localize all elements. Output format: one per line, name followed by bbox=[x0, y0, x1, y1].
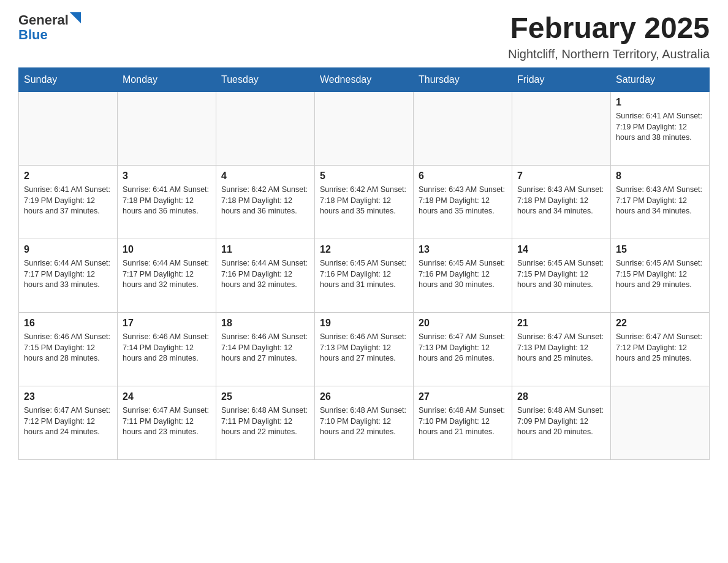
day-info: Sunrise: 6:47 AM Sunset: 7:12 PM Dayligh… bbox=[616, 332, 704, 364]
day-number: 13 bbox=[419, 243, 507, 256]
calendar-cell: 14Sunrise: 6:45 AM Sunset: 7:15 PM Dayli… bbox=[512, 239, 611, 312]
day-number: 3 bbox=[123, 169, 211, 183]
day-number: 6 bbox=[419, 169, 507, 183]
page-header: General Blue February 2025 Nightcliff, N… bbox=[18, 12, 710, 61]
day-number: 28 bbox=[517, 390, 605, 404]
day-info: Sunrise: 6:44 AM Sunset: 7:17 PM Dayligh… bbox=[24, 258, 112, 291]
day-info: Sunrise: 6:44 AM Sunset: 7:17 PM Dayligh… bbox=[123, 258, 211, 291]
day-info: Sunrise: 6:48 AM Sunset: 7:09 PM Dayligh… bbox=[517, 405, 605, 438]
day-number: 1 bbox=[616, 96, 704, 109]
calendar-day-header: Monday bbox=[118, 67, 216, 91]
calendar-cell: 16Sunrise: 6:46 AM Sunset: 7:15 PM Dayli… bbox=[19, 312, 118, 386]
calendar-week-row: 9Sunrise: 6:44 AM Sunset: 7:17 PM Daylig… bbox=[19, 239, 710, 312]
day-info: Sunrise: 6:42 AM Sunset: 7:18 PM Dayligh… bbox=[320, 185, 408, 217]
calendar-week-row: 23Sunrise: 6:47 AM Sunset: 7:12 PM Dayli… bbox=[19, 386, 710, 459]
day-number: 18 bbox=[221, 316, 309, 330]
calendar-day-header: Saturday bbox=[611, 67, 710, 91]
calendar-cell: 7Sunrise: 6:43 AM Sunset: 7:18 PM Daylig… bbox=[512, 165, 611, 239]
calendar-cell: 8Sunrise: 6:43 AM Sunset: 7:17 PM Daylig… bbox=[611, 165, 710, 239]
logo-general-text: General bbox=[18, 12, 69, 28]
calendar-cell bbox=[512, 91, 611, 165]
calendar-cell: 25Sunrise: 6:48 AM Sunset: 7:11 PM Dayli… bbox=[216, 386, 315, 459]
calendar-cell: 1Sunrise: 6:41 AM Sunset: 7:19 PM Daylig… bbox=[611, 91, 710, 165]
day-info: Sunrise: 6:45 AM Sunset: 7:15 PM Dayligh… bbox=[616, 258, 704, 291]
calendar-cell: 4Sunrise: 6:42 AM Sunset: 7:18 PM Daylig… bbox=[216, 165, 315, 239]
page-subtitle: Nightcliff, Northern Territory, Australi… bbox=[508, 47, 710, 61]
day-number: 26 bbox=[320, 390, 408, 404]
calendar-cell: 10Sunrise: 6:44 AM Sunset: 7:17 PM Dayli… bbox=[118, 239, 216, 312]
calendar-cell: 27Sunrise: 6:48 AM Sunset: 7:10 PM Dayli… bbox=[414, 386, 512, 459]
day-info: Sunrise: 6:46 AM Sunset: 7:14 PM Dayligh… bbox=[221, 332, 309, 364]
calendar-cell: 28Sunrise: 6:48 AM Sunset: 7:09 PM Dayli… bbox=[512, 386, 611, 459]
calendar-cell: 6Sunrise: 6:43 AM Sunset: 7:18 PM Daylig… bbox=[414, 165, 512, 239]
calendar-cell bbox=[611, 386, 710, 459]
day-number: 14 bbox=[517, 243, 605, 256]
calendar-cell: 19Sunrise: 6:46 AM Sunset: 7:13 PM Dayli… bbox=[315, 312, 414, 386]
title-block: February 2025 Nightcliff, Northern Terri… bbox=[508, 12, 710, 61]
calendar-cell: 13Sunrise: 6:45 AM Sunset: 7:16 PM Dayli… bbox=[414, 239, 512, 312]
day-number: 25 bbox=[221, 390, 309, 404]
calendar-cell: 22Sunrise: 6:47 AM Sunset: 7:12 PM Dayli… bbox=[611, 312, 710, 386]
calendar-cell: 15Sunrise: 6:45 AM Sunset: 7:15 PM Dayli… bbox=[611, 239, 710, 312]
calendar-cell: 18Sunrise: 6:46 AM Sunset: 7:14 PM Dayli… bbox=[216, 312, 315, 386]
day-number: 27 bbox=[419, 390, 507, 404]
calendar-cell bbox=[19, 91, 118, 165]
day-number: 24 bbox=[123, 390, 211, 404]
day-number: 22 bbox=[616, 316, 704, 330]
calendar-day-header: Friday bbox=[512, 67, 611, 91]
day-number: 20 bbox=[419, 316, 507, 330]
day-number: 21 bbox=[517, 316, 605, 330]
day-info: Sunrise: 6:41 AM Sunset: 7:18 PM Dayligh… bbox=[123, 185, 211, 217]
day-number: 8 bbox=[616, 169, 704, 183]
day-number: 2 bbox=[24, 169, 112, 183]
day-number: 12 bbox=[320, 243, 408, 256]
calendar-cell: 9Sunrise: 6:44 AM Sunset: 7:17 PM Daylig… bbox=[19, 239, 118, 312]
day-info: Sunrise: 6:47 AM Sunset: 7:12 PM Dayligh… bbox=[24, 405, 112, 438]
day-info: Sunrise: 6:44 AM Sunset: 7:16 PM Dayligh… bbox=[221, 258, 309, 291]
calendar-cell: 23Sunrise: 6:47 AM Sunset: 7:12 PM Dayli… bbox=[19, 386, 118, 459]
calendar-cell: 2Sunrise: 6:41 AM Sunset: 7:19 PM Daylig… bbox=[19, 165, 118, 239]
calendar-header-row: SundayMondayTuesdayWednesdayThursdayFrid… bbox=[19, 67, 710, 91]
calendar-cell: 12Sunrise: 6:45 AM Sunset: 7:16 PM Dayli… bbox=[315, 239, 414, 312]
day-info: Sunrise: 6:43 AM Sunset: 7:18 PM Dayligh… bbox=[419, 185, 507, 217]
day-number: 23 bbox=[24, 390, 112, 404]
day-info: Sunrise: 6:46 AM Sunset: 7:15 PM Dayligh… bbox=[24, 332, 112, 364]
calendar-cell: 24Sunrise: 6:47 AM Sunset: 7:11 PM Dayli… bbox=[118, 386, 216, 459]
day-number: 4 bbox=[221, 169, 309, 183]
day-info: Sunrise: 6:46 AM Sunset: 7:13 PM Dayligh… bbox=[320, 332, 408, 364]
logo-blue-text: Blue bbox=[18, 27, 48, 43]
day-number: 15 bbox=[616, 243, 704, 256]
day-info: Sunrise: 6:48 AM Sunset: 7:10 PM Dayligh… bbox=[419, 405, 507, 438]
day-number: 9 bbox=[24, 243, 112, 256]
svg-marker-0 bbox=[70, 12, 81, 23]
calendar-cell bbox=[315, 91, 414, 165]
day-info: Sunrise: 6:41 AM Sunset: 7:19 PM Dayligh… bbox=[616, 111, 704, 144]
day-number: 17 bbox=[123, 316, 211, 330]
calendar-table: SundayMondayTuesdayWednesdayThursdayFrid… bbox=[18, 67, 710, 460]
day-info: Sunrise: 6:42 AM Sunset: 7:18 PM Dayligh… bbox=[221, 185, 309, 217]
day-number: 11 bbox=[221, 243, 309, 256]
calendar-cell: 5Sunrise: 6:42 AM Sunset: 7:18 PM Daylig… bbox=[315, 165, 414, 239]
day-info: Sunrise: 6:48 AM Sunset: 7:11 PM Dayligh… bbox=[221, 405, 309, 438]
day-info: Sunrise: 6:43 AM Sunset: 7:18 PM Dayligh… bbox=[517, 185, 605, 217]
calendar-day-header: Wednesday bbox=[315, 67, 414, 91]
day-info: Sunrise: 6:48 AM Sunset: 7:10 PM Dayligh… bbox=[320, 405, 408, 438]
day-number: 5 bbox=[320, 169, 408, 183]
calendar-cell: 17Sunrise: 6:46 AM Sunset: 7:14 PM Dayli… bbox=[118, 312, 216, 386]
calendar-week-row: 16Sunrise: 6:46 AM Sunset: 7:15 PM Dayli… bbox=[19, 312, 710, 386]
calendar-cell bbox=[118, 91, 216, 165]
calendar-cell: 11Sunrise: 6:44 AM Sunset: 7:16 PM Dayli… bbox=[216, 239, 315, 312]
day-info: Sunrise: 6:45 AM Sunset: 7:16 PM Dayligh… bbox=[419, 258, 507, 291]
calendar-week-row: 2Sunrise: 6:41 AM Sunset: 7:19 PM Daylig… bbox=[19, 165, 710, 239]
day-info: Sunrise: 6:45 AM Sunset: 7:16 PM Dayligh… bbox=[320, 258, 408, 291]
day-info: Sunrise: 6:47 AM Sunset: 7:11 PM Dayligh… bbox=[123, 405, 211, 438]
day-info: Sunrise: 6:47 AM Sunset: 7:13 PM Dayligh… bbox=[517, 332, 605, 364]
page-title: February 2025 bbox=[508, 12, 710, 45]
calendar-cell bbox=[414, 91, 512, 165]
day-info: Sunrise: 6:43 AM Sunset: 7:17 PM Dayligh… bbox=[616, 185, 704, 217]
calendar-cell: 3Sunrise: 6:41 AM Sunset: 7:18 PM Daylig… bbox=[118, 165, 216, 239]
day-info: Sunrise: 6:47 AM Sunset: 7:13 PM Dayligh… bbox=[419, 332, 507, 364]
day-number: 16 bbox=[24, 316, 112, 330]
calendar-day-header: Tuesday bbox=[216, 67, 315, 91]
day-info: Sunrise: 6:46 AM Sunset: 7:14 PM Dayligh… bbox=[123, 332, 211, 364]
